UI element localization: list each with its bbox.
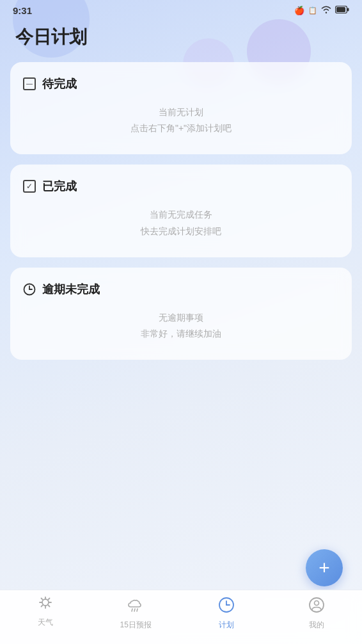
svg-line-17 — [137, 609, 138, 611]
battery-icon — [335, 6, 349, 15]
svg-point-22 — [315, 601, 319, 606]
card-pending-title: 待完成 — [42, 76, 77, 92]
card-completed-empty: 当前无完成任务 快去完成计划安排吧 — [23, 207, 339, 239]
status-icons: 🍎 📋 — [294, 6, 349, 15]
card-pending-empty: 当前无计划 点击右下角"+"添加计划吧 — [23, 104, 339, 136]
svg-line-14 — [48, 599, 49, 600]
card-pending-header: 待完成 — [23, 76, 339, 92]
svg-line-13 — [41, 605, 42, 606]
card-completed-header: 已完成 — [23, 179, 339, 194]
svg-rect-2 — [347, 8, 349, 12]
done-icon — [23, 180, 36, 193]
card-completed-title: 已完成 — [42, 179, 77, 194]
svg-line-12 — [48, 605, 49, 606]
card-overdue-title: 逾期未完成 — [42, 282, 100, 297]
svg-line-11 — [41, 599, 42, 600]
card-pending-empty-line1: 当前无计划 — [23, 104, 339, 120]
card-overdue: 逾期未完成 无逾期事项 非常好，请继续加油 — [10, 268, 352, 360]
nav-item-forecast[interactable]: 15日预报 — [91, 597, 182, 631]
card-overdue-header: 逾期未完成 — [23, 282, 339, 297]
me-nav-icon — [308, 597, 325, 617]
card-pending-empty-line2: 点击右下角"+"添加计划吧 — [23, 120, 339, 136]
bottom-nav: 天气 15日预报 计划 — [0, 590, 362, 644]
card-overdue-empty-line1: 无逾期事项 — [23, 310, 339, 326]
nav-label-weather: 天气 — [38, 617, 53, 628]
forecast-nav-icon — [126, 597, 145, 617]
status-bar: 9:31 🍎 📋 — [0, 0, 362, 19]
apple-icon: 🍎 — [294, 6, 304, 15]
svg-point-6 — [42, 599, 49, 606]
svg-rect-1 — [336, 7, 345, 12]
wifi-icon — [321, 6, 331, 15]
nav-item-me[interactable]: 我的 — [272, 597, 363, 631]
page-title: 今日计划 — [0, 19, 362, 62]
weather-nav-icon — [37, 597, 54, 615]
nav-item-weather[interactable]: 天气 — [0, 597, 91, 628]
status-time: 9:31 — [13, 5, 32, 16]
pending-icon — [23, 77, 36, 90]
nav-item-plan[interactable]: 计划 — [181, 597, 272, 631]
card-pending: 待完成 当前无计划 点击右下角"+"添加计划吧 — [10, 62, 352, 154]
nav-label-plan: 计划 — [219, 620, 234, 631]
card-overdue-empty: 无逾期事项 非常好，请继续加油 — [23, 310, 339, 342]
card-overdue-empty-line2: 非常好，请继续加油 — [23, 326, 339, 342]
add-plan-button[interactable]: + — [306, 549, 343, 586]
card-completed-empty-line1: 当前无完成任务 — [23, 207, 339, 223]
card-completed-empty-line2: 快去完成计划安排吧 — [23, 223, 339, 239]
svg-line-16 — [134, 609, 135, 611]
clock-icon — [23, 283, 36, 296]
nav-label-forecast: 15日预报 — [120, 620, 152, 631]
cards-container: 待完成 当前无计划 点击右下角"+"添加计划吧 已完成 当前无完成任务 快去完成… — [0, 62, 362, 360]
plan-nav-icon — [218, 597, 235, 617]
svg-line-15 — [132, 609, 132, 611]
notification-icon: 📋 — [308, 6, 317, 15]
card-completed: 已完成 当前无完成任务 快去完成计划安排吧 — [10, 165, 352, 257]
nav-label-me: 我的 — [309, 620, 324, 631]
add-icon: + — [319, 558, 330, 577]
